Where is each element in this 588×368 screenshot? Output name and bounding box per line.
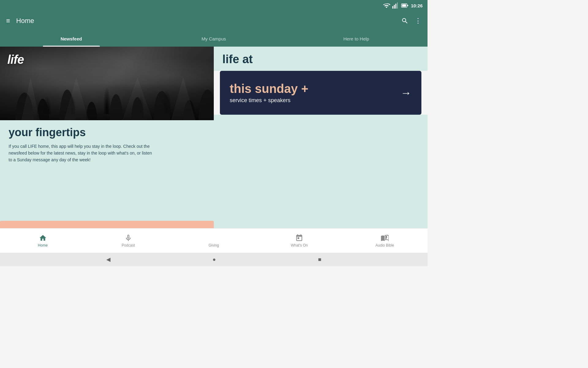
svg-marker-18 bbox=[122, 77, 153, 120]
recents-button[interactable]: ■ bbox=[318, 256, 321, 263]
svg-point-11 bbox=[109, 94, 123, 120]
svg-rect-2 bbox=[395, 4, 396, 9]
home-button[interactable]: ● bbox=[213, 256, 216, 263]
life-at-title: life at bbox=[222, 53, 419, 66]
svg-rect-3 bbox=[397, 2, 398, 9]
system-nav-bar: ◀ ● ■ bbox=[0, 253, 428, 266]
left-text-content: your fingertips If you call LIFE home, t… bbox=[0, 120, 214, 228]
nav-item-home[interactable]: Home bbox=[0, 232, 85, 250]
life-logo: life bbox=[7, 53, 24, 67]
svg-point-15 bbox=[198, 90, 214, 120]
nav-label-whats-on: What's On bbox=[291, 243, 308, 247]
home-icon bbox=[39, 234, 47, 242]
svg-rect-5 bbox=[402, 4, 406, 7]
bottom-nav: Home Podcast Giving What's On Audio Bibl… bbox=[0, 228, 428, 253]
tab-here-to-help[interactable]: Here to Help bbox=[285, 31, 428, 47]
nav-label-giving: Giving bbox=[209, 243, 219, 247]
menu-icon[interactable]: ≡ bbox=[6, 17, 10, 24]
hero-image: life bbox=[0, 47, 214, 120]
calendar-icon bbox=[295, 234, 303, 242]
sunday-title: this sunday + bbox=[230, 82, 308, 95]
nav-item-whats-on[interactable]: What's On bbox=[257, 232, 342, 250]
life-at-section: life at bbox=[214, 47, 428, 71]
svg-rect-0 bbox=[392, 6, 393, 9]
crowd-svg bbox=[0, 77, 214, 120]
book-icon bbox=[381, 234, 389, 242]
tab-bar: Newsfeed My Campus Here to Help bbox=[0, 31, 428, 47]
app-bar: ≡ Home ⋮ bbox=[0, 11, 428, 31]
main-content: life your fingertips If you call LIFE ho… bbox=[0, 47, 428, 228]
mic-icon bbox=[124, 234, 132, 242]
sunday-card[interactable]: this sunday + service times + speakers → bbox=[220, 71, 421, 115]
app-bar-actions: ⋮ bbox=[401, 17, 421, 25]
svg-point-13 bbox=[153, 91, 171, 120]
svg-marker-19 bbox=[171, 77, 195, 120]
signal-icon bbox=[392, 2, 399, 9]
nav-label-home: Home bbox=[38, 243, 48, 247]
status-bar: 10:26 bbox=[0, 0, 428, 11]
status-icons bbox=[383, 2, 409, 9]
more-options-icon[interactable]: ⋮ bbox=[415, 17, 421, 25]
app-title: Home bbox=[16, 17, 395, 25]
status-time: 10:26 bbox=[411, 3, 423, 8]
sunday-card-text: this sunday + service times + speakers bbox=[230, 82, 308, 104]
back-button[interactable]: ◀ bbox=[106, 256, 111, 263]
battery-icon bbox=[401, 2, 409, 9]
nav-label-podcast: Podcast bbox=[122, 243, 135, 247]
search-icon[interactable] bbox=[401, 17, 409, 25]
tab-newsfeed[interactable]: Newsfeed bbox=[0, 31, 142, 47]
nav-item-audio-bible[interactable]: Audio Bible bbox=[342, 232, 428, 250]
nav-item-giving[interactable]: Giving bbox=[171, 232, 256, 250]
left-panel: life your fingertips If you call LIFE ho… bbox=[0, 47, 214, 228]
svg-rect-6 bbox=[407, 5, 408, 6]
sunday-subtitle: service times + speakers bbox=[230, 97, 308, 104]
fingertips-description: If you call LIFE home, this app will hel… bbox=[9, 143, 156, 163]
tab-my-campus[interactable]: My Campus bbox=[142, 31, 285, 47]
right-panel: life at this sunday + service times + sp… bbox=[214, 47, 428, 228]
sunday-card-arrow: → bbox=[401, 86, 412, 99]
pink-bar-decoration bbox=[0, 221, 214, 228]
nav-item-podcast[interactable]: Podcast bbox=[85, 232, 171, 250]
wifi-icon bbox=[383, 2, 390, 9]
nav-label-audio-bible: Audio Bible bbox=[375, 243, 394, 247]
fingertips-title: your fingertips bbox=[9, 126, 205, 139]
right-bottom-section bbox=[214, 115, 428, 228]
svg-rect-1 bbox=[394, 5, 395, 9]
